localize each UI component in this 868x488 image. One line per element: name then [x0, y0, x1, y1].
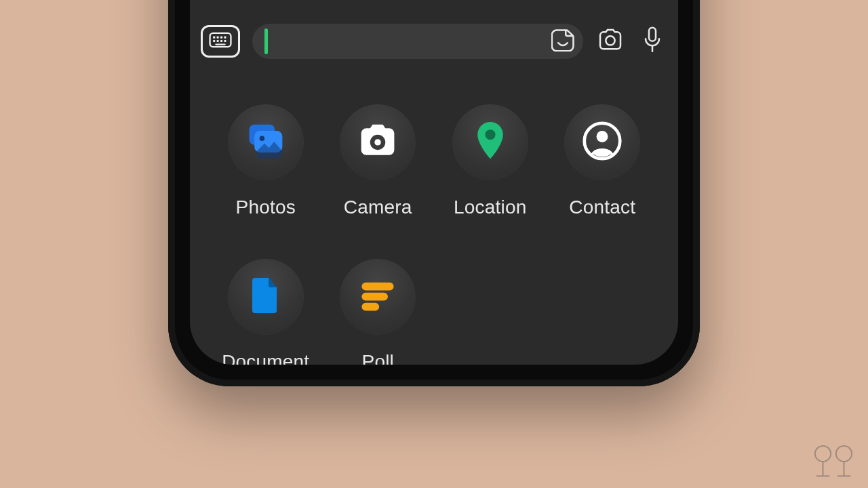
svg-rect-23 [362, 293, 389, 301]
svg-rect-6 [217, 40, 219, 42]
svg-point-15 [259, 136, 264, 142]
svg-rect-24 [362, 303, 380, 311]
message-input-row [201, 23, 667, 60]
attach-location-label: Location [454, 197, 526, 218]
attach-document[interactable]: Document [222, 259, 309, 365]
keyboard-toggle-button[interactable] [201, 25, 240, 58]
phone-screen: Photos Camera [190, 0, 678, 365]
attachment-sheet: Photos Camera [190, 76, 678, 365]
attach-photos[interactable]: Photos [228, 104, 304, 218]
attach-camera[interactable]: Camera [340, 104, 416, 218]
attach-contact-circle [564, 104, 640, 180]
message-input[interactable] [252, 24, 583, 59]
attach-camera-circle [340, 104, 416, 180]
camera-icon [357, 121, 398, 164]
svg-point-18 [485, 129, 495, 140]
watermark-robot-icon [807, 443, 860, 485]
attach-location[interactable]: Location [452, 104, 528, 218]
attach-photos-label: Photos [236, 197, 296, 218]
attach-camera-label: Camera [344, 197, 412, 218]
microphone-icon [642, 26, 663, 56]
sticker-icon [551, 28, 574, 54]
svg-rect-8 [224, 40, 226, 42]
phone-frame: Photos Camera [168, 0, 700, 386]
document-icon [245, 275, 286, 319]
attach-poll-circle [340, 259, 416, 335]
camera-button[interactable] [595, 26, 625, 56]
contact-icon [582, 121, 623, 164]
microphone-button[interactable] [637, 26, 667, 56]
attach-poll-label: Poll [362, 351, 395, 365]
svg-rect-3 [220, 37, 222, 39]
gallery-icon [245, 121, 286, 164]
svg-point-10 [606, 36, 614, 45]
svg-point-20 [597, 131, 608, 142]
map-pin-icon [470, 121, 511, 164]
sticker-button[interactable] [549, 28, 576, 55]
svg-rect-22 [362, 283, 394, 291]
svg-rect-4 [224, 37, 226, 39]
attach-poll[interactable]: Poll [340, 259, 416, 365]
attach-document-label: Document [222, 351, 309, 365]
poll-icon [357, 275, 398, 319]
attach-contact[interactable]: Contact [564, 104, 640, 218]
camera-icon [597, 28, 624, 54]
attach-photos-circle [228, 104, 304, 180]
keyboard-icon [209, 31, 232, 52]
svg-rect-7 [220, 40, 222, 42]
attach-contact-label: Contact [569, 197, 635, 218]
svg-rect-1 [213, 37, 215, 39]
svg-point-17 [375, 139, 381, 145]
svg-rect-2 [217, 37, 219, 39]
svg-point-26 [836, 446, 852, 462]
attach-document-circle [228, 259, 304, 335]
attach-location-circle [452, 104, 528, 180]
svg-point-25 [815, 446, 831, 462]
svg-rect-5 [213, 40, 215, 42]
svg-rect-11 [649, 28, 656, 41]
svg-rect-9 [215, 43, 225, 45]
text-cursor [264, 28, 268, 54]
